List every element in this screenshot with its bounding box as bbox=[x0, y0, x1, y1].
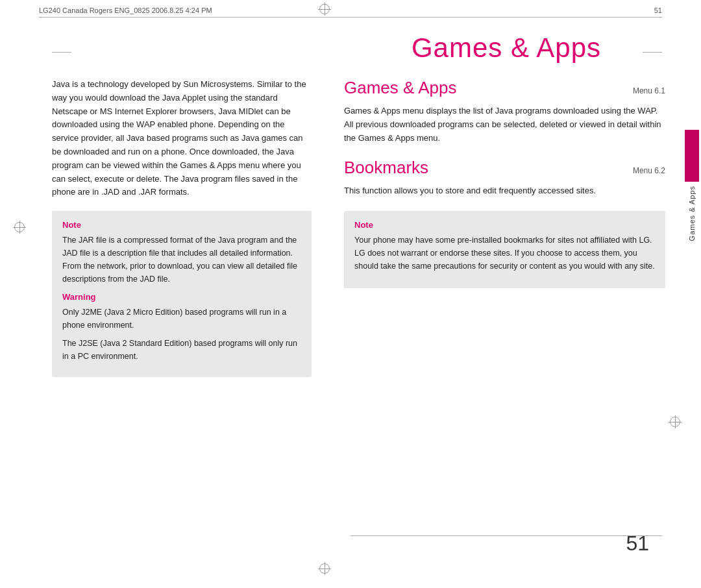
section-title-bookmarks: Bookmarks bbox=[344, 158, 428, 178]
section-header-bookmarks: Bookmarks Menu 6.2 bbox=[344, 158, 665, 178]
crosshair-left-mid bbox=[13, 221, 26, 234]
main-title: Games & Apps bbox=[350, 32, 662, 64]
crosshair-right-mid bbox=[669, 415, 682, 428]
top-line-left bbox=[52, 52, 71, 53]
note-label: Note bbox=[62, 220, 301, 230]
note-box-left: Note The JAR file is a compressed format… bbox=[52, 211, 312, 377]
note-box-right: Note Your phone may have some pre-instal… bbox=[344, 211, 665, 288]
side-tab-text: Games & Apps bbox=[688, 186, 696, 241]
warning-text-1: Only J2ME (Java 2 Micro Edition) based p… bbox=[62, 306, 301, 332]
crosshair-top-center bbox=[318, 3, 331, 16]
note-text-right: Your phone may have some pre-installed b… bbox=[354, 234, 655, 273]
header-left-text: LG240 Canada Rogers ENG_0825 2006.8.25 4… bbox=[39, 6, 212, 14]
note-label-right: Note bbox=[354, 220, 655, 230]
note-text: The JAR file is a compressed format of t… bbox=[62, 234, 301, 286]
warning-label: Warning bbox=[62, 292, 301, 302]
warning-text-2: The J2SE (Java 2 Standard Edition) based… bbox=[62, 337, 301, 363]
page: LG240 Canada Rogers ENG_0825 2006.8.25 4… bbox=[0, 0, 701, 588]
crosshair-bottom-center bbox=[318, 562, 331, 575]
top-line-right bbox=[643, 52, 662, 53]
intro-text: Java is a technology developed by Sun Mi… bbox=[52, 78, 312, 199]
side-tab: Games & Apps bbox=[683, 130, 701, 241]
bottom-line bbox=[350, 535, 662, 536]
section-title-games: Games & Apps bbox=[344, 78, 456, 98]
menu-label-games: Menu 6.1 bbox=[633, 86, 665, 95]
section-text-bookmarks: This function allows you to store and ed… bbox=[344, 184, 665, 198]
left-column: Java is a technology developed by Sun Mi… bbox=[52, 78, 312, 377]
header-bar: LG240 Canada Rogers ENG_0825 2006.8.25 4… bbox=[39, 6, 662, 18]
menu-label-bookmarks: Menu 6.2 bbox=[633, 166, 665, 175]
section-header-games: Games & Apps Menu 6.1 bbox=[344, 78, 665, 98]
side-tab-bar bbox=[685, 130, 699, 182]
section-text-games: Games & Apps menu displays the list of J… bbox=[344, 104, 665, 145]
right-column: Games & Apps Menu 6.1 Games & Apps menu … bbox=[344, 78, 665, 288]
page-number: 51 bbox=[626, 532, 649, 556]
header-right-text: 51 bbox=[654, 6, 662, 14]
